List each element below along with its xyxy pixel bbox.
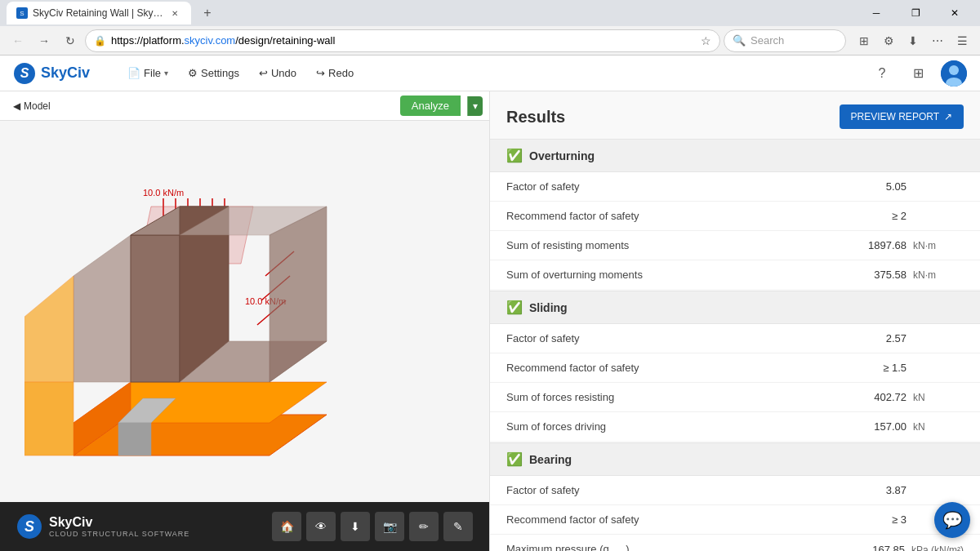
overturning-moment-value: 375.58 (849, 269, 906, 281)
overturning-moment-label: Sum of overturning moments (506, 269, 849, 281)
overturning-recommend-label: Recommend factor of safety (506, 210, 849, 222)
svg-text:S: S (20, 66, 29, 80)
redo-icon: ↪ (316, 67, 325, 79)
reload-button[interactable]: ↻ (59, 29, 82, 52)
sliding-section-title: Sliding (529, 301, 568, 314)
svg-marker-27 (24, 276, 74, 382)
canvas-area: 10.0 kN/m 10.0 kN/m (0, 121, 489, 502)
sliding-driving-value: 157.00 (849, 420, 906, 433)
overturning-section: ✅ Overturning Factor of safety 5.05 Reco… (490, 139, 980, 289)
bearing-max-pressure-label: Maximum pressure (qmax) (506, 543, 848, 551)
camera-tool-button[interactable]: 📷 (375, 512, 404, 541)
undo-icon: ↩ (259, 67, 268, 79)
overturning-fos-row: Factor of safety 5.05 (490, 172, 980, 202)
browser-tab[interactable]: S SkyCiv Retaining Wall | SkyCi... ✕ (7, 2, 191, 24)
help-button[interactable]: ? (869, 60, 895, 87)
bearing-check-icon: ✅ (506, 451, 523, 467)
address-bar[interactable]: 🔒 https://platform.skyciv.com/design/ret… (85, 29, 720, 52)
preview-report-button[interactable]: PREVIEW REPORT ↗ (840, 104, 964, 129)
nav-undo-button[interactable]: ↩ Undo (251, 62, 305, 84)
sliding-resisting-row: Sum of forces resisting 402.72 kN (490, 383, 980, 412)
overturning-section-header: ✅ Overturning (490, 139, 980, 172)
home-tool-button[interactable]: 🏠 (272, 512, 301, 541)
sliding-driving-row: Sum of forces driving 157.00 kN (490, 412, 980, 441)
edit-tool-button[interactable]: ✏ (409, 512, 439, 541)
chat-button[interactable]: 💬 (934, 502, 970, 538)
app-nav: 📄 File ▾ ⚙ Settings ↩ Undo ↪ Redo (119, 62, 362, 84)
skyciv-logo-icon: S (13, 62, 36, 85)
sliding-recommend-label: Recommend factor of safety (506, 362, 849, 374)
results-title: Results (506, 108, 565, 127)
more-icon[interactable]: ⋯ (926, 29, 949, 52)
settings-label: Settings (201, 67, 239, 79)
close-button[interactable]: ✕ (936, 2, 973, 24)
download-tool-button[interactable]: ⬇ (341, 512, 370, 541)
search-box[interactable]: 🔍 Search (724, 29, 846, 52)
tab-title: SkyCiv Retaining Wall | SkyCi... (33, 7, 163, 19)
bearing-section-header: ✅ Bearing (490, 442, 980, 476)
settings-icon: ⚙ (188, 67, 198, 79)
forward-button[interactable]: → (33, 29, 56, 52)
sliding-rows: Factor of safety 2.57 Recommend factor o… (490, 324, 980, 441)
back-to-model-button[interactable]: ◀ Model (7, 97, 57, 115)
sliding-resisting-unit: kN (906, 392, 964, 403)
bearing-fos-value: 3.87 (849, 484, 906, 496)
bottom-bar: S SkyCiv Cloud Structural Software 🏠 👁 ⬇… (0, 502, 489, 551)
extensions-icon[interactable]: ⊞ (853, 29, 875, 52)
bottom-logo-icon: S (16, 513, 42, 540)
preview-report-label: PREVIEW REPORT (851, 111, 939, 122)
analyze-dropdown-button[interactable]: ▾ (467, 96, 483, 116)
svg-marker-20 (118, 423, 151, 455)
bookmark-icon[interactable]: ☆ (701, 34, 711, 47)
main-content: ◀ Model Analyze ▾ 10.0 kN/m (0, 91, 980, 551)
results-header: Results PREVIEW REPORT ↗ (490, 91, 980, 139)
bearing-fos-row: Factor of safety 3.87 (490, 476, 980, 505)
browser-menu-icon[interactable]: ☰ (951, 29, 973, 52)
overturning-recommend-value: ≥ 2 (849, 210, 906, 222)
apps-grid-button[interactable]: ⊞ (905, 60, 931, 87)
overturning-fos-label: Factor of safety (506, 180, 849, 193)
pointer-tool-button[interactable]: ✎ (443, 512, 473, 541)
download-icon[interactable]: ⬇ (902, 29, 924, 52)
svg-point-3 (949, 65, 959, 75)
minimize-button[interactable]: ─ (858, 2, 895, 24)
sliding-recommend-value: ≥ 1.5 (849, 362, 906, 374)
file-chevron: ▾ (164, 69, 168, 78)
overturning-resisting-label: Sum of resisting moments (506, 239, 849, 251)
bearing-max-pressure-value: 167.85 (848, 544, 905, 551)
sliding-resisting-label: Sum of forces resisting (506, 391, 849, 403)
settings-icon[interactable]: ⚙ (877, 29, 900, 52)
bottom-logo-main: SkyCiv (49, 515, 189, 530)
bearing-recommend-row: Recommend factor of safety ≥ 3 (490, 505, 980, 535)
app-logo: S SkyCiv (13, 62, 90, 85)
nav-redo-button[interactable]: ↪ Redo (308, 62, 362, 84)
restore-button[interactable]: ❐ (897, 2, 934, 24)
sliding-resisting-value: 402.72 (849, 391, 906, 403)
bearing-rows: Factor of safety 3.87 Recommend factor o… (490, 476, 980, 551)
analyze-button[interactable]: Analyze (400, 96, 461, 116)
user-avatar[interactable] (941, 60, 967, 87)
nav-settings-menu[interactable]: ⚙ Settings (180, 62, 247, 84)
lock-icon: 🔒 (94, 35, 106, 47)
sliding-fos-row: Factor of safety 2.57 (490, 324, 980, 353)
browser-toolbar: ← → ↻ 🔒 https://platform.skyciv.com/desi… (0, 26, 980, 56)
nav-file-menu[interactable]: 📄 File ▾ (119, 62, 176, 84)
overturning-resisting-value: 1897.68 (849, 239, 906, 251)
view-tool-button[interactable]: 👁 (306, 512, 336, 541)
tab-close-button[interactable]: ✕ (168, 7, 181, 20)
external-link-icon: ↗ (944, 111, 952, 122)
bearing-max-pressure-unit: kPa (kN/m²) (905, 544, 964, 551)
overturning-recommend-row: Recommend factor of safety ≥ 2 (490, 202, 980, 231)
window-controls: ─ ❐ ✕ (858, 2, 973, 24)
search-placeholder: Search (751, 34, 784, 47)
bearing-fos-label: Factor of safety (506, 484, 849, 496)
back-label: Model (24, 100, 51, 112)
load-label-top: 10.0 kN/m (143, 188, 184, 198)
overturning-check-icon: ✅ (506, 148, 523, 163)
bottom-logo: S SkyCiv Cloud Structural Software (16, 513, 189, 540)
sliding-fos-value: 2.57 (849, 332, 906, 344)
app-header: S SkyCiv 📄 File ▾ ⚙ Settings ↩ Undo (0, 56, 980, 91)
browser-titlebar: S SkyCiv Retaining Wall | SkyCi... ✕ + ─… (0, 0, 980, 26)
back-button[interactable]: ← (7, 29, 29, 52)
new-tab-button[interactable]: + (198, 3, 217, 23)
